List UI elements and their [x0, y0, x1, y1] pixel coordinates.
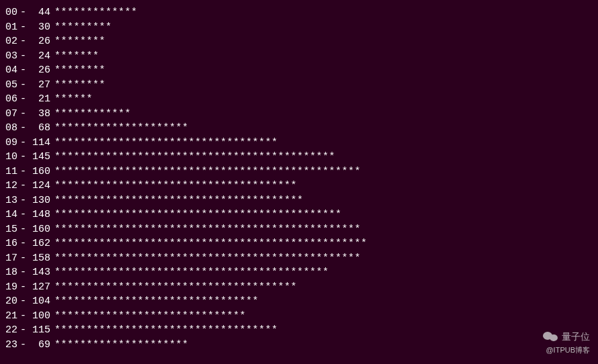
row-value: 30: [29, 20, 54, 35]
histogram-row: 03-24*******: [3, 49, 595, 64]
histogram-row: 06-21******: [3, 92, 595, 107]
row-separator: -: [17, 251, 29, 266]
row-label: 06: [3, 92, 17, 107]
histogram-row: 01-30*********: [3, 20, 595, 35]
row-value: 130: [29, 193, 54, 208]
histogram-row: 11-160**********************************…: [3, 165, 595, 179]
row-label: 17: [3, 251, 17, 266]
row-separator: -: [17, 49, 29, 64]
histogram-row: 08-68*********************: [3, 121, 595, 136]
histogram-row: 05-27********: [3, 78, 595, 93]
row-value: 69: [29, 338, 54, 353]
row-bar: ***********************************: [54, 323, 278, 338]
histogram-row: 14-148**********************************…: [3, 208, 595, 222]
histogram-row: 21-100******************************: [3, 309, 595, 324]
row-separator: -: [17, 323, 29, 338]
row-separator: -: [17, 193, 29, 208]
row-bar: ******************************: [54, 309, 246, 324]
row-value: 124: [29, 179, 54, 193]
row-label: 15: [3, 222, 17, 237]
row-separator: -: [17, 338, 29, 353]
histogram-row: 04-26********: [3, 63, 595, 78]
row-value: 27: [29, 78, 54, 93]
histogram-row: 23-69*********************: [3, 338, 595, 353]
watermark: 量子位: [543, 330, 590, 345]
row-separator: -: [17, 150, 29, 165]
row-bar: *********************: [54, 338, 189, 353]
row-value: 100: [29, 309, 54, 324]
row-value: 26: [29, 63, 54, 78]
row-bar: ****************************************…: [54, 236, 368, 251]
histogram-row: 22-115**********************************…: [3, 323, 595, 338]
row-bar: ****************************************…: [54, 165, 361, 179]
row-separator: -: [17, 294, 29, 309]
row-label: 07: [3, 107, 17, 122]
row-value: 114: [29, 136, 54, 150]
row-label: 10: [3, 150, 17, 165]
row-value: 38: [29, 107, 54, 122]
histogram-row: 17-158**********************************…: [3, 251, 595, 266]
histogram-row: 10-145**********************************…: [3, 150, 595, 165]
row-value: 127: [29, 280, 54, 295]
row-bar: *******: [54, 49, 99, 64]
row-bar: **************************************: [54, 280, 297, 295]
row-value: 158: [29, 251, 54, 266]
row-label: 13: [3, 193, 17, 208]
row-label: 08: [3, 121, 17, 136]
row-separator: -: [17, 179, 29, 193]
row-separator: -: [17, 265, 29, 280]
histogram-row: 20-104********************************: [3, 294, 595, 309]
row-label: 23: [3, 338, 17, 353]
row-separator: -: [17, 92, 29, 107]
row-bar: ********: [54, 34, 105, 49]
row-bar: ********: [54, 63, 105, 78]
row-separator: -: [17, 165, 29, 179]
row-label: 20: [3, 294, 17, 309]
row-value: 162: [29, 236, 54, 251]
row-bar: ****************************************…: [54, 222, 361, 237]
row-value: 24: [29, 49, 54, 64]
row-bar: ********: [54, 78, 105, 93]
row-label: 19: [3, 280, 17, 295]
histogram-row: 16-162**********************************…: [3, 236, 595, 251]
row-label: 21: [3, 309, 17, 324]
histogram-row: 13-130**********************************…: [3, 193, 595, 208]
row-label: 16: [3, 236, 17, 251]
row-bar: ***************************************: [54, 193, 304, 208]
row-bar: *************: [54, 5, 138, 20]
row-value: 104: [29, 294, 54, 309]
row-bar: ****************************************…: [54, 265, 329, 280]
row-value: 68: [29, 121, 54, 136]
row-separator: -: [17, 63, 29, 78]
row-separator: -: [17, 136, 29, 150]
row-separator: -: [17, 309, 29, 324]
row-label: 01: [3, 20, 17, 35]
row-value: 26: [29, 34, 54, 49]
row-value: 143: [29, 265, 54, 280]
row-value: 44: [29, 5, 54, 20]
row-label: 18: [3, 265, 17, 280]
histogram-row: 09-114**********************************…: [3, 136, 595, 150]
row-value: 115: [29, 323, 54, 338]
row-bar: ****************************************…: [54, 251, 361, 266]
row-bar: ****************************************…: [54, 208, 342, 222]
row-value: 148: [29, 208, 54, 222]
row-separator: -: [17, 34, 29, 49]
watermark-text: 量子位: [562, 330, 590, 345]
row-separator: -: [17, 121, 29, 136]
row-label: 09: [3, 136, 17, 150]
row-bar: ***********************************: [54, 136, 278, 150]
row-separator: -: [17, 5, 29, 20]
histogram-row: 18-143**********************************…: [3, 265, 595, 280]
watermark-subtext: @ITPUB博客: [546, 343, 590, 358]
histogram-row: 02-26********: [3, 34, 595, 49]
row-label: 22: [3, 323, 17, 338]
histogram-row: 15-160**********************************…: [3, 222, 595, 237]
row-label: 00: [3, 5, 17, 20]
row-separator: -: [17, 107, 29, 122]
wechat-icon: [543, 330, 558, 343]
row-separator: -: [17, 78, 29, 93]
row-value: 21: [29, 92, 54, 107]
row-bar: ******: [54, 92, 93, 107]
row-separator: -: [17, 280, 29, 295]
